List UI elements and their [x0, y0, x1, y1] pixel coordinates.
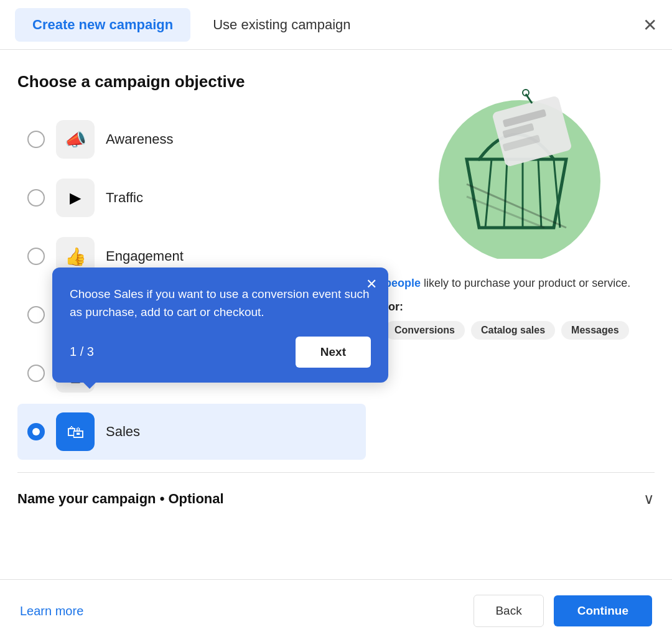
tooltip-next-button[interactable]: Next: [296, 337, 371, 368]
tag-messages: Messages: [561, 321, 629, 340]
name-campaign-header[interactable]: Name your campaign • Optional ∨: [17, 490, 655, 508]
traffic-label: Traffic: [106, 190, 143, 206]
radio-leads[interactable]: [27, 306, 45, 323]
radio-engagement[interactable]: [27, 248, 45, 265]
description-text: people likely to purchase your product o…: [385, 275, 655, 292]
chevron-down-icon: ∨: [643, 490, 655, 508]
footer: Learn more Back Continue: [0, 579, 672, 642]
tooltip-close-button[interactable]: ✕: [366, 276, 377, 292]
right-description: people likely to purchase your product o…: [378, 275, 655, 340]
tab-create-new-campaign[interactable]: Create new campaign: [15, 8, 190, 42]
tooltip-footer: 1 / 3 Next: [70, 337, 371, 368]
tag-list: Conversions Catalog sales Messages: [385, 321, 655, 340]
tag-catalog-sales: Catalog sales: [471, 321, 555, 340]
objective-item-traffic[interactable]: ▶ Traffic: [17, 170, 366, 226]
radio-traffic[interactable]: [27, 189, 45, 207]
awareness-label: Awareness: [106, 131, 173, 147]
dialog-header: Create new campaign Use existing campaig…: [0, 0, 672, 50]
description-suffix: likely to purchase your product or servi…: [421, 277, 630, 289]
right-column: people likely to purchase your product o…: [366, 72, 655, 460]
tooltip-counter: 1 / 3: [70, 345, 94, 359]
tab-use-existing-campaign[interactable]: Use existing campaign: [195, 8, 368, 42]
left-column: Choose a campaign objective 📣 Awareness …: [17, 72, 366, 460]
tooltip-popup: ✕ Choose Sales if you want to use a conv…: [52, 268, 388, 383]
main-content: Choose a campaign objective 📣 Awareness …: [0, 50, 672, 472]
sales-label: Sales: [106, 424, 140, 440]
radio-awareness[interactable]: [27, 131, 45, 148]
objective-item-sales[interactable]: 🛍 Sales: [17, 404, 366, 460]
section-title: Choose a campaign objective: [17, 72, 366, 91]
awareness-icon: 📣: [56, 120, 95, 159]
tooltip-text: Choose Sales if you want to use a conver…: [70, 285, 371, 322]
learn-more-link[interactable]: Learn more: [20, 604, 83, 618]
name-campaign-title: Name your campaign • Optional: [17, 491, 224, 507]
close-button[interactable]: ✕: [643, 14, 657, 35]
continue-button[interactable]: Continue: [554, 595, 652, 626]
tag-conversions: Conversions: [385, 321, 465, 340]
traffic-icon: ▶: [56, 179, 95, 217]
for-label: for:: [385, 300, 655, 314]
radio-app-promotion[interactable]: [27, 365, 45, 382]
engagement-label: Engagement: [106, 248, 184, 264]
radio-sales[interactable]: [27, 423, 45, 440]
objective-item-awareness[interactable]: 📣 Awareness: [17, 111, 366, 167]
footer-buttons: Back Continue: [474, 595, 652, 627]
basket-illustration: [417, 78, 616, 265]
name-campaign-section: Name your campaign • Optional ∨: [17, 472, 655, 525]
back-button[interactable]: Back: [474, 595, 543, 627]
sales-icon: 🛍: [56, 412, 95, 451]
blue-text: people: [385, 277, 421, 289]
